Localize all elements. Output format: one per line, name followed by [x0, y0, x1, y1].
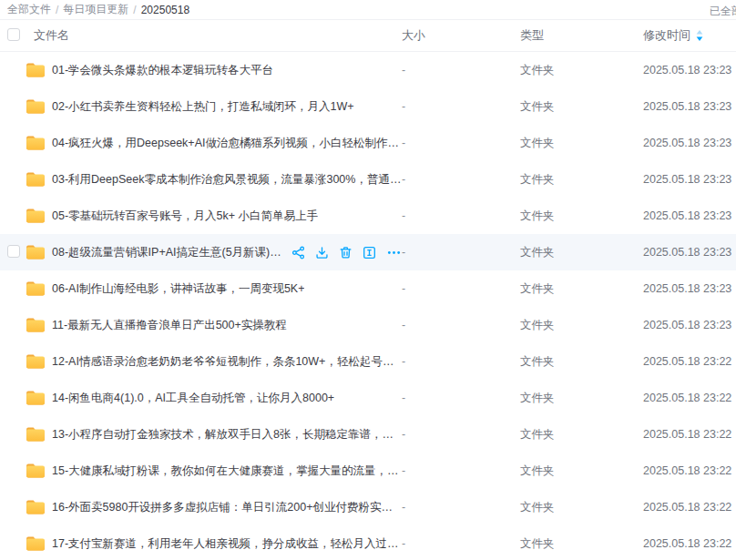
file-name[interactable]: 11-最新无人直播撸音浪单日产出500+实操教程 [52, 318, 287, 333]
header-name[interactable]: 文件名 [26, 27, 402, 44]
breadcrumb: 全部文件 / 每日项目更新 / 20250518 已全部加载 [0, 0, 736, 20]
header-type[interactable]: 类型 [520, 27, 643, 44]
file-name[interactable]: 02-小红书卖养生资料轻松上热门，打造私域闭环，月入1W+ [52, 99, 354, 115]
folder-icon [26, 499, 46, 515]
file-type: 文件夹 [520, 354, 643, 370]
table-row[interactable]: 06-AI制作山海经电影，讲神话故事，一周变现5K+ [0, 270, 736, 307]
row-checkbox-cell [0, 172, 26, 188]
folder-icon [26, 317, 46, 333]
folder-icon [26, 280, 46, 297]
file-size: - [402, 537, 520, 550]
row-checkbox[interactable] [7, 245, 20, 258]
file-time: 2025.05.18 23:22 [643, 501, 736, 514]
file-type: 文件夹 [520, 245, 643, 260]
row-actions [291, 246, 402, 260]
table-row[interactable]: 01-学会微头条爆款的根本逻辑玩转各大平台 [0, 52, 736, 88]
file-name[interactable]: 03-利用DeepSeek零成本制作治愈风景视频，流量暴涨300%，普通人也..… [52, 172, 402, 188]
table-row[interactable]: 12-AI情感语录治愈老奶奶老爷爷短视制作，条条10W+，轻松起号变现 [0, 343, 736, 380]
share-icon[interactable] [291, 246, 305, 260]
table-row[interactable]: 14-闲鱼电商4(1).0，AI工具全自动托管，让你月入8000+ [0, 380, 736, 416]
breadcrumb-item-daily[interactable]: 每日项目更新 [63, 2, 128, 17]
header-checkbox-cell [0, 28, 26, 44]
file-name[interactable]: 08-超级流量营销课IP+AI搞定生意(5月新课)干货十足的流量指南 [52, 245, 282, 260]
delete-icon[interactable] [339, 246, 353, 260]
file-size: - [402, 319, 520, 331]
row-checkbox-cell [0, 136, 26, 151]
file-type: 文件夹 [520, 463, 643, 479]
sort-arrows-icon[interactable] [696, 30, 703, 41]
file-time: 2025.05.18 23:23 [643, 282, 736, 295]
file-time: 2025.05.18 23:22 [643, 355, 736, 368]
breadcrumb-item-root[interactable]: 全部文件 [7, 2, 51, 17]
file-type: 文件夹 [520, 500, 643, 515]
table-row[interactable]: 03-利用DeepSeek零成本制作治愈风景视频，流量暴涨300%，普通人也..… [0, 161, 736, 198]
folder-icon [26, 98, 46, 115]
file-name[interactable]: 15-大健康私域打粉课，教你如何在大健康赛道，掌握大量的流量，通过... [52, 463, 402, 479]
file-name[interactable]: 13-小程序自动打金独家技术，解放双手日入8张，长期稳定靠谱，小白... [52, 427, 402, 443]
file-time: 2025.05.18 23:23 [643, 246, 736, 259]
select-all-checkbox[interactable] [7, 28, 20, 41]
download-icon[interactable] [315, 246, 329, 260]
file-type: 文件夹 [520, 99, 643, 115]
file-name[interactable]: 05-零基础玩转百家号账号，月入5k+ 小白简单易上手 [52, 209, 318, 224]
file-name[interactable]: 16-外面卖5980开设拼多多虚拟店铺：单日引流200+创业付费粉实战教程 [52, 500, 402, 515]
row-checkbox-cell [0, 536, 26, 552]
file-list: 01-学会微头条爆款的根本逻辑玩转各大平台 [0, 52, 736, 560]
file-type: 文件夹 [520, 427, 643, 443]
file-type: 文件夹 [520, 536, 643, 552]
more-icon[interactable] [386, 246, 402, 260]
file-size: - [402, 100, 520, 113]
table-row[interactable]: 13-小程序自动打金独家技术，解放双手日入8张，长期稳定靠谱，小白... [0, 416, 736, 453]
breadcrumb-separator: / [56, 4, 58, 16]
row-checkbox-cell [0, 391, 26, 406]
file-time: 2025.05.18 23:22 [643, 464, 736, 477]
table-row[interactable]: 02-小红书卖养生资料轻松上热门，打造私域闭环，月入1W+ [0, 88, 736, 125]
folder-icon [26, 426, 46, 443]
file-size: - [402, 501, 520, 514]
file-type: 文件夹 [520, 318, 643, 333]
table-row[interactable]: 04-疯狂火爆，用Deepseek+AI做治愈橘猫系列视频，小白轻松制作+快..… [0, 125, 736, 161]
header-size[interactable]: 大小 [402, 27, 520, 44]
file-name[interactable]: 12-AI情感语录治愈老奶奶老爷爷短视制作，条条10W+，轻松起号变现 [52, 354, 402, 370]
file-size: - [402, 137, 520, 149]
header-time[interactable]: 修改时间 [643, 27, 736, 44]
file-time: 2025.05.18 23:23 [643, 137, 736, 149]
file-time: 2025.05.18 23:23 [643, 173, 736, 186]
row-checkbox-cell [0, 318, 26, 333]
table-row[interactable]: 16-外面卖5980开设拼多多虚拟店铺：单日引流200+创业付费粉实战教程 [0, 489, 736, 525]
row-checkbox-cell [0, 500, 26, 515]
table-row[interactable]: 11-最新无人直播撸音浪单日产出500+实操教程 [0, 307, 736, 343]
breadcrumb-separator: / [133, 4, 136, 16]
table-row[interactable]: 15-大健康私域打粉课，教你如何在大健康赛道，掌握大量的流量，通过... [0, 453, 736, 489]
file-size: - [402, 64, 520, 76]
file-name[interactable]: 04-疯狂火爆，用Deepseek+AI做治愈橘猫系列视频，小白轻松制作+快..… [52, 136, 402, 151]
row-checkbox-cell [0, 99, 26, 115]
table-row[interactable]: 05-零基础玩转百家号账号，月入5k+ 小白简单易上手 [0, 198, 736, 234]
file-type: 文件夹 [520, 391, 643, 406]
rename-icon[interactable] [363, 246, 376, 260]
file-name[interactable]: 14-闲鱼电商4(1).0，AI工具全自动托管，让你月入8000+ [52, 391, 334, 406]
file-name[interactable]: 06-AI制作山海经电影，讲神话故事，一周变现5K+ [52, 281, 304, 297]
file-time: 2025.05.18 23:22 [643, 537, 736, 550]
file-size: - [402, 246, 520, 259]
file-size: - [402, 282, 520, 295]
file-type: 文件夹 [520, 209, 643, 224]
table-row[interactable]: 08-超级流量营销课IP+AI搞定生意(5月新课)干货十足的流量指南 [0, 234, 736, 270]
table-row[interactable]: 17-支付宝新赛道，利用老年人相亲视频，挣分成收益，轻松月入过W，... [0, 525, 736, 560]
row-checkbox-cell [0, 427, 26, 443]
file-name[interactable]: 01-学会微头条爆款的根本逻辑玩转各大平台 [52, 63, 273, 78]
file-size: - [402, 173, 520, 186]
folder-icon [26, 208, 46, 224]
row-checkbox-cell [0, 354, 26, 370]
row-checkbox-cell [0, 281, 26, 297]
header-time-label: 修改时间 [643, 27, 690, 44]
file-time: 2025.05.18 23:22 [643, 428, 736, 441]
file-size: - [402, 464, 520, 477]
file-name[interactable]: 17-支付宝新赛道，利用老年人相亲视频，挣分成收益，轻松月入过W，... [52, 536, 402, 552]
folder-icon [26, 62, 46, 78]
file-size: - [402, 209, 520, 222]
file-time: 2025.05.18 23:22 [643, 392, 736, 404]
file-manager-page: 全部文件 / 每日项目更新 / 20250518 已全部加载 文件名 大小 类型… [0, 0, 736, 560]
folder-icon [26, 353, 46, 370]
folder-icon [26, 171, 46, 188]
